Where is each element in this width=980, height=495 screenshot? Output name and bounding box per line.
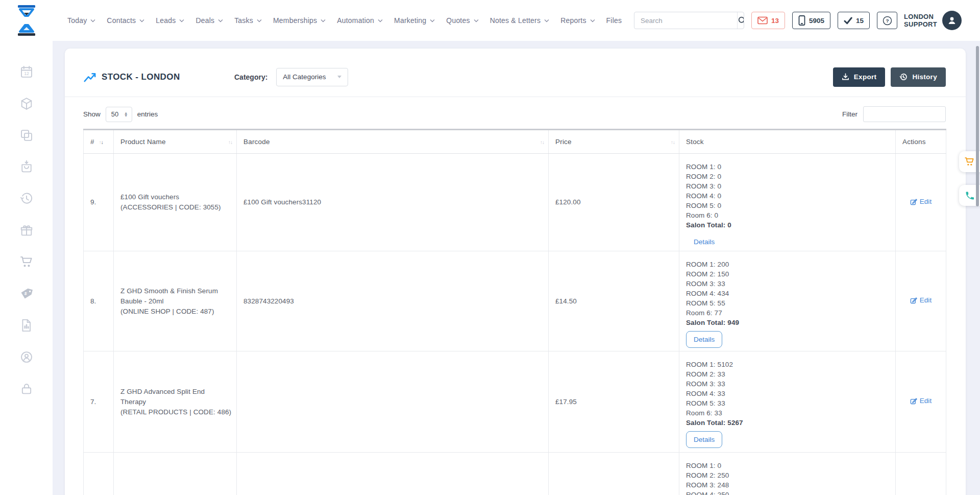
sidebar-item-security[interactable] — [19, 382, 34, 396]
column-header-stock[interactable]: Stock — [679, 130, 896, 154]
table-row: 8. Z GHD Smooth & Finish Serum Bauble - … — [84, 251, 946, 351]
category-label: Category: — [234, 73, 267, 81]
vertical-scrollbar[interactable] — [976, 46, 979, 206]
help-circle-icon: ? — [883, 16, 892, 26]
category-select[interactable]: All Categories — [276, 68, 348, 86]
cell-actions: Edit — [896, 154, 946, 251]
cell-price: £17.95 — [549, 351, 679, 453]
nav-quotes[interactable]: Quotes — [446, 16, 478, 25]
nav-leads[interactable]: Leads — [156, 16, 184, 25]
chevron-down-icon — [590, 19, 595, 22]
chevron-down-icon — [378, 19, 383, 22]
export-button[interactable]: Export — [833, 67, 886, 87]
mail-count: 13 — [771, 17, 779, 25]
sidebar-item-products[interactable] — [19, 97, 34, 111]
nav-tasks[interactable]: Tasks — [234, 16, 262, 25]
chevron-down-icon — [430, 19, 435, 22]
sidebar-item-cart[interactable] — [19, 255, 34, 269]
lock-icon — [19, 382, 34, 396]
column-header-barcode[interactable]: Barcode↑↓ — [237, 130, 549, 154]
sidebar: 12 $ — [0, 41, 53, 495]
calendar-icon: 12 — [19, 65, 34, 79]
search-input[interactable] — [634, 17, 737, 25]
sidebar-item-history[interactable] — [19, 192, 34, 206]
sidebar-item-stock-report[interactable] — [19, 318, 34, 333]
sidebar-item-orders-in[interactable] — [19, 160, 34, 174]
price-tag-icon: $ — [19, 287, 34, 301]
cell-stock: ROOM 1: 200 ROOM 2: 150 ROOM 3: 33 ROOM … — [679, 251, 896, 351]
nav-memberships[interactable]: Memberships — [273, 16, 326, 25]
stock-report-icon — [19, 318, 34, 333]
calls-indicator[interactable]: 5905 — [792, 12, 830, 29]
edit-link[interactable]: Edit — [910, 396, 932, 406]
main-nav: Today Contacts Leads Deals Tasks Members… — [67, 16, 622, 25]
cell-barcode: £100 Gift vouchers31120 — [237, 154, 549, 251]
sort-icon: ↑↓ — [228, 139, 232, 145]
salon-total: Salon Total: 0 — [686, 220, 895, 230]
cell-barcode — [237, 351, 549, 453]
column-header-num[interactable]: #↑↓ — [84, 130, 114, 154]
edit-link[interactable]: Edit — [910, 197, 932, 207]
nav-automation[interactable]: Automation — [337, 16, 383, 25]
cell-product-name: £100 Gift vouchers (ACCESSORIES | CODE: … — [114, 154, 237, 251]
cell-barcode — [237, 453, 549, 495]
column-header-actions: Actions — [896, 130, 946, 154]
topbar: Today Contacts Leads Deals Tasks Members… — [0, 0, 980, 41]
cell-actions: Edit — [896, 251, 946, 351]
search-box — [634, 12, 744, 29]
app-logo-icon[interactable] — [15, 5, 38, 36]
chevron-down-icon — [321, 19, 326, 22]
gift-icon — [19, 223, 34, 238]
nav-files[interactable]: Files — [606, 16, 622, 25]
sidebar-item-copy[interactable] — [19, 128, 34, 143]
cell-barcode: 8328743220493 — [237, 251, 549, 351]
column-header-price[interactable]: Price↑↓ — [549, 130, 679, 154]
cell-stock: ROOM 1: 0 ROOM 2: 250 ROOM 3: 248 ROOM 4… — [679, 453, 896, 495]
nav-reports[interactable]: Reports — [560, 16, 595, 25]
products-cube-icon — [19, 97, 34, 111]
tasks-indicator[interactable]: 15 — [838, 12, 870, 29]
history-button[interactable]: History — [891, 67, 946, 87]
details-button[interactable]: Details — [686, 331, 722, 348]
download-icon — [842, 73, 849, 81]
select-arrows-icon: ▲▼ — [124, 112, 128, 117]
page-size-select[interactable]: 50 ▲▼ — [106, 107, 132, 122]
topbar-right-group: 13 5905 15 ? LONDON SUPPORT — [634, 11, 962, 30]
nav-marketing[interactable]: Marketing — [394, 16, 435, 25]
history-icon — [899, 73, 908, 81]
nav-notes-letters[interactable]: Notes & Letters — [490, 16, 550, 25]
sidebar-item-calendar[interactable]: 12 — [19, 65, 34, 79]
sidebar-item-gifts[interactable] — [19, 223, 34, 238]
chevron-down-icon — [90, 19, 95, 22]
details-button[interactable]: Details — [686, 431, 722, 448]
account-icon — [19, 350, 34, 364]
column-header-product-name[interactable]: Product Name↑↓ — [114, 130, 237, 154]
sort-icon: ↑↓ — [671, 139, 675, 145]
sidebar-item-account[interactable] — [19, 350, 34, 364]
edit-icon — [910, 297, 917, 304]
cell-product-name — [114, 453, 237, 495]
chevron-down-icon — [544, 19, 549, 22]
chart-line-icon — [83, 70, 96, 84]
filter-input[interactable] — [863, 106, 946, 122]
edit-link[interactable]: Edit — [910, 295, 932, 305]
sidebar-item-pricing[interactable]: $ — [19, 287, 34, 301]
search-icon — [738, 16, 744, 25]
smartphone-icon — [798, 15, 805, 26]
cell-price — [549, 453, 679, 495]
cell-num — [84, 453, 114, 495]
user-avatar[interactable] — [942, 11, 962, 30]
sort-icon: ↑↓ — [540, 139, 544, 145]
nav-contacts[interactable]: Contacts — [107, 16, 144, 25]
details-button[interactable]: Details — [686, 233, 722, 250]
cart-icon — [964, 156, 975, 167]
check-icon — [844, 17, 852, 25]
nav-today[interactable]: Today — [67, 16, 95, 25]
mail-indicator[interactable]: 13 — [751, 12, 785, 29]
calls-count: 5905 — [809, 17, 824, 25]
search-button[interactable] — [737, 12, 744, 29]
nav-deals[interactable]: Deals — [195, 16, 223, 25]
entries-label: entries — [137, 110, 158, 118]
help-button[interactable]: ? — [877, 12, 897, 29]
svg-text:12: 12 — [24, 71, 29, 76]
